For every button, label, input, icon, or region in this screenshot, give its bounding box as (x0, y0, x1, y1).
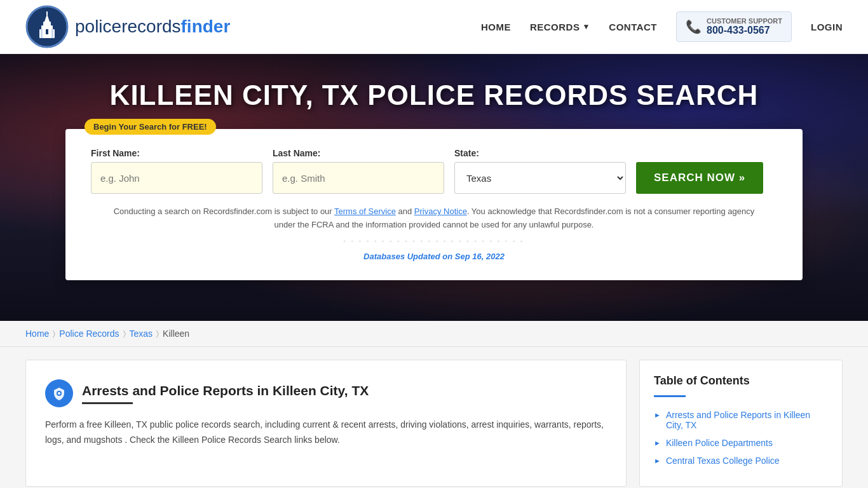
support-label: CUSTOMER SUPPORT (707, 17, 782, 25)
nav-home[interactable]: HOME (481, 22, 511, 32)
content-area: Arrests and Police Reports in Killeen Ci… (0, 347, 868, 488)
toc-title: Table of Contents (654, 374, 828, 388)
svg-rect-5 (46, 11, 48, 15)
main-content: Arrests and Police Reports in Killeen Ci… (25, 360, 627, 487)
badge-svg (52, 386, 66, 400)
breadcrumb-police-records[interactable]: Police Records (59, 329, 119, 339)
nav-records-container: RECORDS ▼ (530, 22, 590, 32)
search-form: First Name: Last Name: State: Texas Alab… (91, 148, 777, 194)
toc-chevron-1: ► (654, 411, 661, 419)
main-nav: HOME RECORDS ▼ CONTACT 📞 CUSTOMER SUPPOR… (481, 11, 843, 42)
toc-item-2[interactable]: ► Killeen Police Departments (654, 434, 828, 452)
site-header: policerecordsfinder HOME RECORDS ▼ CONTA… (0, 0, 868, 54)
state-group: State: Texas Alabama Alaska California F… (454, 148, 626, 194)
toc-label-3: Central Texas College Police (666, 456, 780, 466)
toc-item-3[interactable]: ► Central Texas College Police (654, 452, 828, 470)
section-title: Arrests and Police Reports in Killeen Ci… (82, 383, 369, 398)
first-name-label: First Name: (91, 148, 262, 158)
last-name-input[interactable] (273, 162, 444, 194)
support-box: 📞 CUSTOMER SUPPORT 800-433-0567 (676, 11, 792, 42)
section-title-underline (82, 402, 133, 404)
breadcrumb-sep-1: 〉 (53, 329, 55, 338)
logo-text: policerecordsfinder (75, 17, 230, 37)
last-name-group: Last Name: (273, 148, 444, 194)
disclaimer-text: Conducting a search on Recordsfinder.com… (91, 205, 777, 232)
last-name-label: Last Name: (273, 148, 444, 158)
logo-area: policerecordsfinder (25, 5, 230, 48)
phone-icon: 📞 (686, 19, 702, 34)
first-name-group: First Name: (91, 148, 262, 194)
privacy-link[interactable]: Privacy Notice (414, 207, 467, 216)
section-header: Arrests and Police Reports in Killeen Ci… (45, 379, 607, 407)
breadcrumb-current: Killeen (163, 329, 189, 339)
first-name-input[interactable] (91, 162, 262, 194)
support-phone[interactable]: 800-433-0567 (707, 25, 782, 36)
free-badge: Begin Your Search for FREE! (85, 119, 216, 135)
breadcrumb: Home 〉 Police Records 〉 Texas 〉 Killeen (0, 321, 868, 347)
breadcrumb-home[interactable]: Home (25, 329, 49, 339)
svg-rect-3 (43, 22, 51, 27)
section-body: Perform a free Killeen, TX public police… (45, 417, 607, 448)
toc-label-1: Arrests and Police Reports in Killeen Ci… (666, 410, 828, 430)
nav-login[interactable]: LOGIN (811, 22, 843, 32)
table-of-contents: Table of Contents ► Arrests and Police R… (639, 360, 843, 487)
db-updated: Databases Updated on Sep 16, 2022 (91, 252, 777, 261)
toc-chevron-3: ► (654, 457, 661, 464)
nav-contact[interactable]: CONTACT (609, 22, 657, 32)
breadcrumb-texas[interactable]: Texas (130, 329, 153, 339)
state-label: State: (454, 148, 626, 158)
breadcrumb-sep-3: 〉 (156, 329, 159, 338)
svg-rect-8 (46, 29, 48, 34)
search-card: Begin Your Search for FREE! First Name: … (65, 129, 803, 280)
toc-label-2: Killeen Police Departments (666, 438, 773, 448)
state-select[interactable]: Texas Alabama Alaska California Florida … (454, 162, 626, 194)
breadcrumb-sep-2: 〉 (123, 329, 126, 338)
section-title-container: Arrests and Police Reports in Killeen Ci… (82, 383, 369, 404)
page-title: KILLEEN CITY, TX POLICE RECORDS SEARCH (97, 79, 771, 111)
toc-chevron-2: ► (654, 439, 661, 447)
db-updated-date: Sep 16, 2022 (455, 252, 505, 261)
divider-dots: - - - - - - - - - - - - - - - - - - - - … (91, 237, 777, 244)
records-chevron-icon: ▼ (582, 22, 590, 31)
support-info: CUSTOMER SUPPORT 800-433-0567 (707, 17, 782, 36)
hero-section: KILLEEN CITY, TX POLICE RECORDS SEARCH B… (0, 54, 868, 321)
tos-link[interactable]: Terms of Service (334, 207, 396, 216)
toc-item-1[interactable]: ► Arrests and Police Reports in Killeen … (654, 406, 828, 434)
logo-icon (25, 5, 69, 48)
nav-records[interactable]: RECORDS (530, 22, 580, 32)
toc-divider (654, 395, 686, 397)
svg-point-10 (58, 392, 60, 395)
svg-rect-7 (51, 29, 53, 38)
search-now-button[interactable]: SEARCH NOW » (636, 162, 763, 194)
shield-icon (45, 379, 73, 407)
svg-rect-6 (41, 29, 43, 38)
